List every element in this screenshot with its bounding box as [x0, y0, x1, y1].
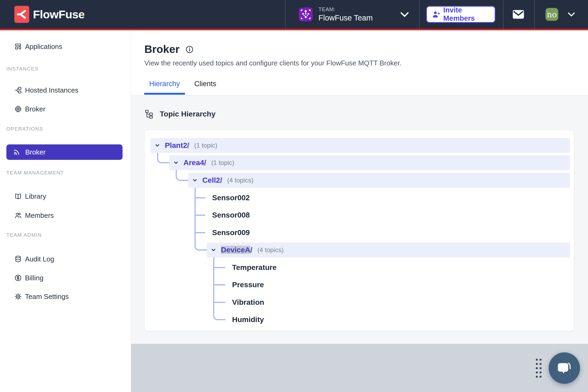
tree-node-topic-count: (1 topic)	[194, 142, 217, 149]
dollar-circle-icon	[14, 274, 22, 282]
navbar-accent-line	[0, 29, 588, 30]
sidebar-item-broker[interactable]: Broker	[6, 144, 123, 160]
sidebar-item-label: Broker	[25, 148, 46, 156]
topic-hierarchy-icon	[145, 110, 153, 119]
tree-connector-elbow	[157, 152, 169, 163]
tree-connector-stub	[195, 215, 205, 216]
sidebar-section-instances: INSTANCES	[6, 66, 39, 72]
invite-members-button[interactable]: Invite Members	[426, 6, 495, 23]
page-description: View the recently used topics and config…	[144, 59, 401, 67]
sidebar-item-label: Hosted Instances	[25, 86, 78, 94]
team-name: FlowFuse Team	[318, 14, 373, 22]
chevron-down-icon	[173, 160, 179, 166]
info-icon	[185, 45, 194, 54]
tree-node-area4[interactable]: Area4/(1 topic)	[169, 155, 570, 170]
tree-node-label: Plant2/	[165, 141, 189, 150]
sidebar-item-label: Library	[25, 192, 46, 201]
tree-leaf-sensor009[interactable]: Sensor009	[212, 225, 250, 240]
chip-icon	[14, 105, 22, 113]
page-header: Broker View the recently used topics and…	[131, 30, 588, 95]
logo-wordmark: FlowFuse	[33, 8, 85, 21]
tree-leaf-sensor008[interactable]: Sensor008	[212, 208, 250, 223]
tree-node-plant2[interactable]: Plant2/(1 topic)	[151, 138, 570, 153]
book-icon	[14, 193, 22, 200]
sidebar-item-label: Team Settings	[25, 293, 69, 301]
section-title: Topic Hierarchy	[160, 110, 216, 118]
chevron-down-icon	[568, 12, 575, 17]
chat-launcher-button[interactable]	[549, 352, 580, 384]
info-button[interactable]	[185, 45, 194, 54]
topic-hierarchy-card: Plant2/(1 topic)Area4/(1 topic)Cell2/(4 …	[144, 130, 574, 331]
sidebar-item-label: Members	[25, 211, 54, 220]
tree-connector-stub	[195, 197, 205, 198]
sidebar-section-operations: OPERATIONS	[6, 126, 43, 132]
nav-divider	[285, 0, 285, 29]
nav-divider	[534, 0, 535, 29]
applications-icon	[14, 43, 22, 50]
tree-leaf-temperature[interactable]: Temperature	[232, 260, 277, 275]
nav-divider	[503, 0, 503, 29]
tree-node-cell2[interactable]: Cell2/(4 topics)	[188, 173, 570, 188]
invite-members-label: Invite Members	[443, 6, 495, 23]
users-icon	[14, 212, 22, 219]
sidebar-item-label: Broker	[25, 105, 45, 113]
sidebar-item-billing[interactable]: Billing	[0, 270, 131, 285]
sidebar: Applications INSTANCES Hosted Instances …	[0, 30, 131, 392]
tree-node-topic-count: (4 topics)	[257, 246, 284, 254]
sidebar-section-team-management: TEAM MANAGEMENT	[6, 170, 64, 176]
chevron-down-icon	[192, 177, 198, 184]
hosted-instances-icon	[14, 86, 22, 94]
active-tab-underline	[144, 93, 185, 95]
tree-node-topic-count: (4 topics)	[227, 177, 254, 184]
broker-content: Topic Hierarchy Plant2/(1 topic)Area4/(1…	[131, 95, 588, 344]
mail-icon	[512, 9, 524, 19]
team-avatar	[299, 7, 313, 21]
user-menu[interactable]: no	[539, 0, 582, 29]
tab-clients[interactable]: Clients	[194, 80, 216, 93]
tree-connector-stub	[195, 232, 205, 233]
tree-node-label: Cell2/	[202, 176, 222, 185]
sidebar-item-team-settings[interactable]: Team Settings	[0, 289, 131, 304]
tree-leaf-humidity[interactable]: Humidity	[232, 312, 264, 327]
sidebar-item-label: Audit Log	[25, 255, 54, 263]
team-label: TEAM:	[318, 6, 373, 12]
notifications-button[interactable]	[506, 0, 531, 29]
tree-node-devicea[interactable]: DeviceA/(4 topics)	[207, 243, 570, 257]
tree-connector-elbow	[195, 187, 207, 251]
tree-connector-elbow	[213, 257, 225, 320]
tab-hierarchy[interactable]: Hierarchy	[149, 80, 180, 93]
tree-leaf-sensor002[interactable]: Sensor002	[212, 190, 250, 205]
user-plus-icon	[432, 10, 440, 18]
sidebar-item-applications[interactable]: Applications	[0, 39, 131, 54]
gear-icon	[14, 293, 22, 300]
tree-leaf-pressure[interactable]: Pressure	[232, 277, 264, 292]
user-avatar: no	[545, 8, 558, 21]
sidebar-item-audit-log[interactable]: Audit Log	[0, 252, 131, 266]
nav-divider	[419, 0, 420, 29]
tree-connector-elbow	[176, 170, 188, 181]
page-title: Broker	[144, 43, 179, 56]
flowfuse-logo-icon	[14, 6, 29, 23]
sidebar-section-team-admin: TEAM ADMIN	[6, 232, 42, 238]
chevron-down-icon	[210, 247, 217, 253]
broker-rss-icon	[13, 148, 20, 156]
tree-connector-stub	[214, 267, 225, 268]
sidebar-item-edge-devices[interactable]: Broker	[0, 102, 131, 116]
sidebar-item-hosted-instances[interactable]: Hosted Instances	[0, 83, 131, 98]
chat-bubble-icon	[556, 360, 573, 376]
database-icon	[14, 255, 22, 263]
chevron-down-icon	[154, 142, 161, 149]
team-selector[interactable]: TEAM: FlowFuse Team	[291, 0, 414, 29]
tree-connector-stub	[214, 284, 225, 285]
widget-drag-handle[interactable]	[536, 359, 541, 378]
chevron-down-icon	[400, 12, 409, 17]
tree-node-label: DeviceA/	[221, 246, 252, 254]
sidebar-item-members[interactable]: Members	[0, 208, 131, 223]
sidebar-item-library[interactable]: Library	[0, 189, 131, 204]
sidebar-item-label: Billing	[25, 274, 43, 282]
top-navbar: FlowFuse TEAM: FlowFuse Team Invite Memb…	[0, 0, 588, 29]
tree-node-topic-count: (1 topic)	[211, 159, 234, 166]
sidebar-item-label: Applications	[25, 43, 62, 51]
flowfuse-logo[interactable]: FlowFuse	[14, 6, 85, 23]
tree-leaf-vibration[interactable]: Vibration	[232, 295, 264, 310]
